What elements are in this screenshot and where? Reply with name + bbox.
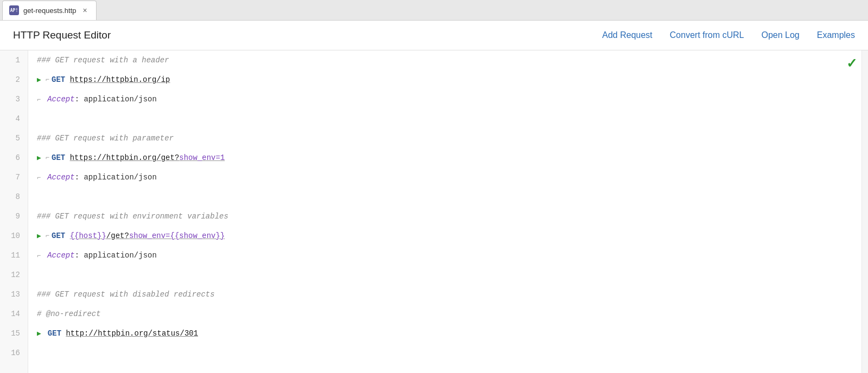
code-line-16 <box>28 343 868 363</box>
line-num-2: 2 <box>0 70 28 89</box>
tab-filename: get-requests.http <box>23 7 76 15</box>
page-title: HTTP Request Editor <box>13 29 111 41</box>
checkmark-indicator: ✓ <box>846 56 857 71</box>
tab-bar: AP! get-requests.http × <box>0 0 868 21</box>
right-scrollbar[interactable] <box>861 50 868 373</box>
url-query-10: show_env={{show_env}} <box>129 231 225 240</box>
editor-container: 1 2 3 4 5 6 7 8 9 10 11 12 13 14 15 16 #… <box>0 50 868 373</box>
code-line-2: ▶ ⌐ GET https://httpbin.org/ip <box>28 70 868 89</box>
header-val-3: : application/json <box>75 95 157 104</box>
checkmark-icon: ✓ <box>846 56 857 70</box>
line-num-1: 1 <box>0 50 28 70</box>
line-num-5: 5 <box>0 128 28 148</box>
tab-file-icon: AP! <box>9 5 19 15</box>
method-6: GET <box>52 153 65 162</box>
code-line-10: ▶ ⌐ GET {{host}}/get?show_env={{show_env… <box>28 226 868 246</box>
line-num-10: 10 <box>0 226 28 246</box>
code-line-12 <box>28 265 868 285</box>
run-button-6[interactable]: ▶ <box>37 153 41 162</box>
method-2: GET <box>52 75 65 84</box>
add-request-button[interactable]: Add Request <box>602 28 653 42</box>
line-numbers: 1 2 3 4 5 6 7 8 9 10 11 12 13 14 15 16 <box>0 50 28 373</box>
code-line-11: ⌐ Accept : application/json <box>28 246 868 265</box>
line-num-13: 13 <box>0 285 28 304</box>
url-2: https://httpbin.org/ip <box>70 75 170 84</box>
line-5-comment: ### GET request with parameter <box>37 134 174 143</box>
line-num-12: 12 <box>0 265 28 285</box>
open-log-button[interactable]: Open Log <box>761 28 799 42</box>
line-num-15: 15 <box>0 324 28 343</box>
line-num-11: 11 <box>0 246 28 265</box>
tab-close-button[interactable]: × <box>81 6 90 15</box>
header-key-7: Accept <box>47 173 74 182</box>
code-line-9: ### GET request with environment variabl… <box>28 207 868 226</box>
convert-curl-button[interactable]: Convert from cURL <box>670 28 744 42</box>
line-num-14: 14 <box>0 304 28 324</box>
line-num-6: 6 <box>0 148 28 168</box>
run-button-10[interactable]: ▶ <box>37 231 41 240</box>
line-1-comment: ### GET request with a header <box>37 56 169 65</box>
code-line-8 <box>28 187 868 207</box>
url-path-10: /get? <box>106 231 129 240</box>
line-num-4: 4 <box>0 109 28 128</box>
collapse-6[interactable]: ⌐ <box>46 154 49 162</box>
code-line-5: ### GET request with parameter <box>28 128 868 148</box>
url-query-6: show_env=1 <box>179 153 225 162</box>
run-button-15[interactable]: ▶ <box>37 329 41 338</box>
line-num-8: 8 <box>0 187 28 207</box>
collapse-10[interactable]: ⌐ <box>46 232 49 240</box>
line-13-comment: ### GET request with disabled redirects <box>37 290 215 299</box>
line-9-comment: ### GET request with environment variabl… <box>37 212 228 221</box>
code-line-3: ⌐ Accept : application/json <box>28 89 868 109</box>
method-10: GET <box>52 231 65 240</box>
line-num-9: 9 <box>0 207 28 226</box>
url-base-10: {{host}} <box>70 231 106 240</box>
code-line-7: ⌐ Accept : application/json <box>28 168 868 187</box>
toolbar-actions: Add Request Convert from cURL Open Log E… <box>602 28 855 42</box>
code-line-15: ▶ GET http://httpbin.org/status/301 <box>28 324 868 343</box>
header-key-3: Accept <box>47 95 74 104</box>
code-line-4 <box>28 109 868 128</box>
line-num-3: 3 <box>0 89 28 109</box>
collapse-7: ⌐ <box>37 174 41 182</box>
url-15: http://httpbin.org/status/301 <box>66 329 198 338</box>
collapse-3: ⌐ <box>37 95 43 104</box>
url-base-6: https://httpbin.org/get? <box>70 153 180 162</box>
line-num-7: 7 <box>0 168 28 187</box>
code-editor[interactable]: ### GET request with a header ▶ ⌐ GET ht… <box>28 50 868 373</box>
code-line-6: ▶ ⌐ GET https://httpbin.org/get?show_env… <box>28 148 868 168</box>
toolbar: HTTP Request Editor Add Request Convert … <box>0 21 868 50</box>
header-key-11: Accept <box>47 251 74 260</box>
collapse-2[interactable]: ⌐ <box>46 76 49 83</box>
code-line-13: ### GET request with disabled redirects <box>28 285 868 304</box>
header-val-7: : application/json <box>75 173 157 182</box>
tab-get-requests[interactable]: AP! get-requests.http × <box>2 1 97 20</box>
code-line-14: # @no-redirect <box>28 304 868 324</box>
method-15: GET <box>48 329 61 338</box>
code-line-1: ### GET request with a header <box>28 50 868 70</box>
run-button-2[interactable]: ▶ <box>37 75 41 84</box>
line-14-comment: # @no-redirect <box>37 310 101 318</box>
line-num-16: 16 <box>0 343 28 363</box>
examples-button[interactable]: Examples <box>817 28 855 42</box>
collapse-11: ⌐ <box>37 252 41 260</box>
header-val-11: : application/json <box>75 251 157 260</box>
